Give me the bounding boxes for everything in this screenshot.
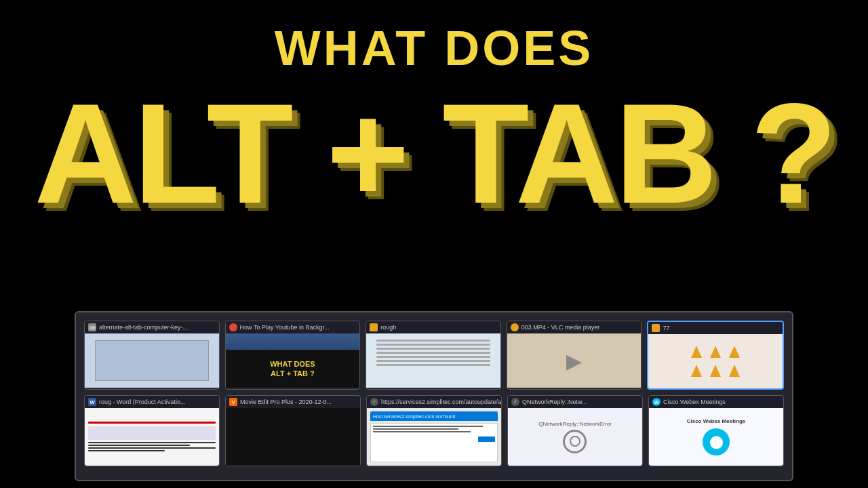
preview-folder-rough [366,333,500,388]
folder-line [376,364,490,366]
window-webex[interactable]: W Cisco Webex Meetings Cisco Webex Meeti… [648,395,784,466]
window-network[interactable]: ✓ QNetworkReply::Netw... QNetworkReply::… [507,395,643,466]
dialog-line [373,426,483,427]
windows-switcher: ⌨ alternate-alt-tab-computer-key-... How… [75,311,793,481]
switcher-row-1: ⌨ alternate-alt-tab-computer-key-... How… [84,321,784,390]
webex-content: Cisco Webex Meetings ⬤ [687,408,746,466]
network-content: QNetworkReply::NetworkError [538,408,612,466]
window-folder-77[interactable]: 77 [647,321,784,390]
window-title-webex: W Cisco Webex Meetings [649,396,783,408]
dialog-ok-button[interactable] [478,436,495,442]
window-title-77: 77 [648,322,783,334]
word-line [88,445,190,446]
window-title-word: W roug - Word (Product Activatio... [85,396,219,408]
preview-movie [226,408,360,466]
preview-vlc: ▶ [507,333,642,388]
what-does-text: WHAT DOES [0,20,868,76]
network-circle-icon [563,430,587,453]
folder-content [373,336,494,385]
dialog-body [370,423,498,462]
icon-check-network: ✓ [511,398,519,406]
network-error-text: QNetworkReply::NetworkError [538,421,612,427]
folder-line [376,352,490,354]
icon-movie: V [229,398,237,406]
folder-line [376,360,490,362]
vlc-cone [726,363,743,380]
window-title-network: ✓ QNetworkReply::Netw... [508,396,642,408]
folder-line [376,344,490,346]
preview-network: QNetworkReply::NetworkError [508,408,642,466]
icon-chrome [229,323,237,331]
word-line [88,447,216,449]
dialog-line [373,431,471,432]
preview-webex: Cisco Webex Meetings ⬤ [649,408,783,466]
main-title-text: ALT + TAB ? [34,83,834,225]
preview-word [85,408,219,466]
window-altkey[interactable]: ⌨ alternate-alt-tab-computer-key-... [84,321,220,390]
preview-altkey [85,333,219,388]
window-https[interactable]: ✓ https://services2.simplitec.com/autoup… [366,395,502,466]
word-line [88,442,216,443]
window-title-https: ✓ https://services2.simplitec.com/autoup… [367,396,501,408]
word-line [88,426,216,440]
window-title-rough: rough [366,321,500,333]
icon-keyboard: ⌨ [88,323,96,331]
vlc-cones-grid [685,340,747,383]
window-folder-rough[interactable]: rough [366,321,501,390]
webex-logo: ⬤ [703,428,730,455]
window-vlc[interactable]: 003.MP4 - VLC media player ▶ [507,321,642,390]
icon-check-https: ✓ [370,398,378,406]
icon-vlc [511,323,519,331]
window-title-movie: V Movie Edit Pro Plus - 2020-12-0... [226,396,360,408]
vlc-cone [707,344,724,361]
window-chrome[interactable]: How To Play Youtube in Backgr... WHAT DO… [225,321,361,390]
preview-dialog: Host services2.simplitec.com not found [367,408,501,466]
window-title-vlc: 003.MP4 - VLC media player [507,321,642,333]
chrome-inner: WHAT DOESALT + TAB ? [226,350,360,388]
dialog-title-text: Host services2.simplitec.com not found [373,414,455,419]
webex-title-text: Cisco Webex Meetings [687,418,746,424]
header-section: WHAT DOES ALT + TAB ? [0,0,868,225]
dialog-line [373,428,458,430]
icon-folder-77 [652,324,660,332]
vlc-cone [726,344,743,361]
window-title-altkey: ⌨ alternate-alt-tab-computer-key-... [85,321,219,333]
icon-webex: W [652,398,660,406]
icon-word: W [88,398,96,406]
icon-folder-rough [370,323,378,331]
switcher-row-2: W roug - Word (Product Activatio... V Mo… [84,395,784,466]
word-line [88,422,216,424]
vlc-cone [688,344,705,361]
preview-folder-77 [648,334,783,388]
window-movie[interactable]: V Movie Edit Pro Plus - 2020-12-0... [225,395,361,466]
folder-line [376,340,490,342]
chrome-mini-text: WHAT DOESALT + TAB ? [270,360,315,378]
word-content [85,418,219,456]
vlc-cone [688,363,705,380]
webex-logo-letter: ⬤ [709,434,723,449]
alt-tab-title: ALT + TAB ? [0,83,868,225]
word-line [88,450,165,451]
window-word[interactable]: W roug - Word (Product Activatio... [84,395,220,466]
preview-chrome: WHAT DOESALT + TAB ? [226,333,360,388]
window-title-chrome: How To Play Youtube in Backgr... [226,321,360,333]
dialog-title: Host services2.simplitec.com not found [370,411,498,421]
folder-line [376,356,490,358]
folder-line [376,348,490,350]
vlc-cone [707,363,724,380]
network-inner-circle [570,436,580,447]
